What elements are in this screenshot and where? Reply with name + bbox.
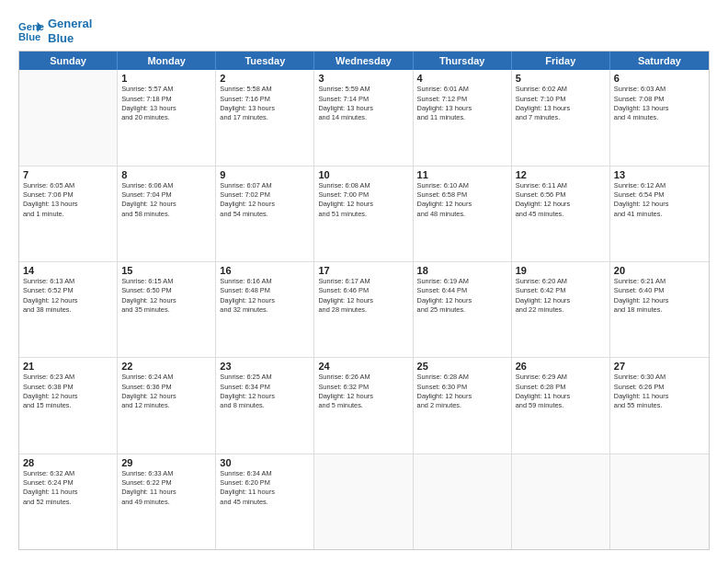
day-cell-empty-4-6 — [610, 454, 709, 549]
day-info: Sunrise: 6:17 AM Sunset: 6:46 PM Dayligh… — [318, 277, 408, 315]
day-cell-12: 12Sunrise: 6:11 AM Sunset: 6:56 PM Dayli… — [512, 167, 610, 261]
day-info: Sunrise: 6:15 AM Sunset: 6:50 PM Dayligh… — [121, 277, 211, 315]
logo-blue: Blue — [48, 31, 92, 46]
day-info: Sunrise: 6:01 AM Sunset: 7:12 PM Dayligh… — [417, 85, 507, 122]
day-cell-2: 2Sunrise: 5:58 AM Sunset: 7:16 PM Daylig… — [216, 70, 314, 165]
day-cell-5: 5Sunrise: 6:02 AM Sunset: 7:10 PM Daylig… — [512, 70, 610, 165]
day-cell-13: 13Sunrise: 6:12 AM Sunset: 6:54 PM Dayli… — [610, 167, 709, 261]
day-number: 10 — [318, 169, 408, 180]
day-info: Sunrise: 6:23 AM Sunset: 6:38 PM Dayligh… — [23, 373, 113, 410]
day-number: 3 — [318, 73, 408, 84]
day-info: Sunrise: 5:58 AM Sunset: 7:16 PM Dayligh… — [220, 85, 310, 122]
day-number: 14 — [23, 265, 113, 276]
day-cell-25: 25Sunrise: 6:28 AM Sunset: 6:30 PM Dayli… — [414, 358, 512, 453]
header-day-friday: Friday — [512, 52, 610, 70]
day-cell-empty-4-4 — [414, 454, 512, 549]
day-info: Sunrise: 6:30 AM Sunset: 6:26 PM Dayligh… — [614, 373, 705, 410]
day-cell-6: 6Sunrise: 6:03 AM Sunset: 7:08 PM Daylig… — [610, 70, 709, 165]
day-cell-20: 20Sunrise: 6:21 AM Sunset: 6:40 PM Dayli… — [610, 262, 709, 357]
day-info: Sunrise: 6:08 AM Sunset: 7:00 PM Dayligh… — [318, 181, 408, 219]
day-number: 28 — [23, 457, 113, 468]
day-number: 5 — [516, 73, 606, 84]
calendar: SundayMondayTuesdayWednesdayThursdayFrid… — [18, 51, 710, 550]
calendar-body: 1Sunrise: 5:57 AM Sunset: 7:18 PM Daylig… — [19, 70, 709, 549]
day-info: Sunrise: 6:07 AM Sunset: 7:02 PM Dayligh… — [220, 181, 310, 219]
day-info: Sunrise: 5:57 AM Sunset: 7:18 PM Dayligh… — [121, 85, 211, 122]
day-cell-28: 28Sunrise: 6:32 AM Sunset: 6:24 PM Dayli… — [19, 454, 118, 549]
day-info: Sunrise: 6:05 AM Sunset: 7:06 PM Dayligh… — [23, 181, 113, 219]
day-cell-15: 15Sunrise: 6:15 AM Sunset: 6:50 PM Dayli… — [118, 262, 216, 357]
day-cell-empty-4-5 — [512, 454, 610, 549]
day-number: 18 — [417, 265, 507, 276]
day-info: Sunrise: 6:10 AM Sunset: 6:58 PM Dayligh… — [417, 181, 507, 219]
header-day-monday: Monday — [118, 52, 216, 70]
day-number: 17 — [318, 265, 408, 276]
day-info: Sunrise: 6:03 AM Sunset: 7:08 PM Dayligh… — [614, 85, 705, 122]
calendar-header: SundayMondayTuesdayWednesdayThursdayFrid… — [19, 52, 709, 70]
day-cell-22: 22Sunrise: 6:24 AM Sunset: 6:36 PM Dayli… — [118, 358, 216, 453]
day-info: Sunrise: 6:34 AM Sunset: 6:20 PM Dayligh… — [220, 469, 310, 507]
header-day-thursday: Thursday — [414, 52, 512, 70]
day-number: 4 — [417, 73, 507, 84]
day-cell-30: 30Sunrise: 6:34 AM Sunset: 6:20 PM Dayli… — [216, 454, 314, 549]
day-cell-23: 23Sunrise: 6:25 AM Sunset: 6:34 PM Dayli… — [216, 358, 314, 453]
day-number: 12 — [516, 169, 606, 180]
day-info: Sunrise: 6:20 AM Sunset: 6:42 PM Dayligh… — [516, 277, 606, 315]
day-number: 21 — [23, 361, 113, 372]
header-day-tuesday: Tuesday — [216, 52, 314, 70]
day-info: Sunrise: 6:12 AM Sunset: 6:54 PM Dayligh… — [614, 181, 705, 219]
day-cell-27: 27Sunrise: 6:30 AM Sunset: 6:26 PM Dayli… — [610, 358, 709, 453]
day-info: Sunrise: 6:11 AM Sunset: 6:56 PM Dayligh… — [516, 181, 606, 219]
day-cell-29: 29Sunrise: 6:33 AM Sunset: 6:22 PM Dayli… — [118, 454, 216, 549]
day-number: 29 — [121, 457, 211, 468]
day-number: 25 — [417, 361, 507, 372]
day-cell-16: 16Sunrise: 6:16 AM Sunset: 6:48 PM Dayli… — [216, 262, 314, 357]
day-number: 15 — [121, 265, 211, 276]
header-day-saturday: Saturday — [610, 52, 709, 70]
day-number: 8 — [121, 169, 211, 180]
week-row-3: 14Sunrise: 6:13 AM Sunset: 6:52 PM Dayli… — [19, 262, 709, 358]
day-info: Sunrise: 5:59 AM Sunset: 7:14 PM Dayligh… — [318, 85, 408, 122]
day-number: 19 — [516, 265, 606, 276]
day-info: Sunrise: 6:32 AM Sunset: 6:24 PM Dayligh… — [23, 469, 113, 507]
day-info: Sunrise: 6:24 AM Sunset: 6:36 PM Dayligh… — [121, 373, 211, 410]
day-info: Sunrise: 6:28 AM Sunset: 6:30 PM Dayligh… — [417, 373, 507, 410]
day-cell-19: 19Sunrise: 6:20 AM Sunset: 6:42 PM Dayli… — [512, 262, 610, 357]
day-number: 20 — [614, 265, 705, 276]
day-number: 7 — [23, 169, 113, 180]
day-cell-4: 4Sunrise: 6:01 AM Sunset: 7:12 PM Daylig… — [414, 70, 512, 165]
day-number: 11 — [417, 169, 507, 180]
day-cell-24: 24Sunrise: 6:26 AM Sunset: 6:32 PM Dayli… — [314, 358, 413, 453]
day-cell-empty-0-0 — [19, 70, 118, 165]
day-info: Sunrise: 6:29 AM Sunset: 6:28 PM Dayligh… — [516, 373, 606, 410]
week-row-2: 7Sunrise: 6:05 AM Sunset: 7:06 PM Daylig… — [19, 167, 709, 262]
day-info: Sunrise: 6:26 AM Sunset: 6:32 PM Dayligh… — [318, 373, 408, 410]
day-number: 23 — [220, 361, 310, 372]
day-cell-14: 14Sunrise: 6:13 AM Sunset: 6:52 PM Dayli… — [19, 262, 118, 357]
day-info: Sunrise: 6:16 AM Sunset: 6:48 PM Dayligh… — [220, 277, 310, 315]
day-number: 30 — [220, 457, 310, 468]
day-cell-10: 10Sunrise: 6:08 AM Sunset: 7:00 PM Dayli… — [314, 167, 413, 261]
day-cell-21: 21Sunrise: 6:23 AM Sunset: 6:38 PM Dayli… — [19, 358, 118, 453]
week-row-4: 21Sunrise: 6:23 AM Sunset: 6:38 PM Dayli… — [19, 358, 709, 454]
day-info: Sunrise: 6:02 AM Sunset: 7:10 PM Dayligh… — [516, 85, 606, 122]
day-number: 27 — [614, 361, 705, 372]
day-number: 26 — [516, 361, 606, 372]
logo: General Blue General Blue — [18, 17, 92, 45]
week-row-5: 28Sunrise: 6:32 AM Sunset: 6:24 PM Dayli… — [19, 454, 709, 549]
logo-general: General — [48, 17, 92, 31]
day-cell-8: 8Sunrise: 6:06 AM Sunset: 7:04 PM Daylig… — [118, 167, 216, 261]
day-info: Sunrise: 6:21 AM Sunset: 6:40 PM Dayligh… — [614, 277, 705, 315]
day-number: 16 — [220, 265, 310, 276]
day-number: 1 — [121, 73, 211, 84]
day-number: 6 — [614, 73, 705, 84]
day-cell-26: 26Sunrise: 6:29 AM Sunset: 6:28 PM Dayli… — [512, 358, 610, 453]
day-info: Sunrise: 6:33 AM Sunset: 6:22 PM Dayligh… — [121, 469, 211, 507]
day-number: 22 — [121, 361, 211, 372]
week-row-1: 1Sunrise: 5:57 AM Sunset: 7:18 PM Daylig… — [19, 70, 709, 166]
day-number: 13 — [614, 169, 705, 180]
day-cell-17: 17Sunrise: 6:17 AM Sunset: 6:46 PM Dayli… — [314, 262, 413, 357]
day-cell-1: 1Sunrise: 5:57 AM Sunset: 7:18 PM Daylig… — [118, 70, 216, 165]
day-info: Sunrise: 6:06 AM Sunset: 7:04 PM Dayligh… — [121, 181, 211, 219]
day-number: 2 — [220, 73, 310, 84]
